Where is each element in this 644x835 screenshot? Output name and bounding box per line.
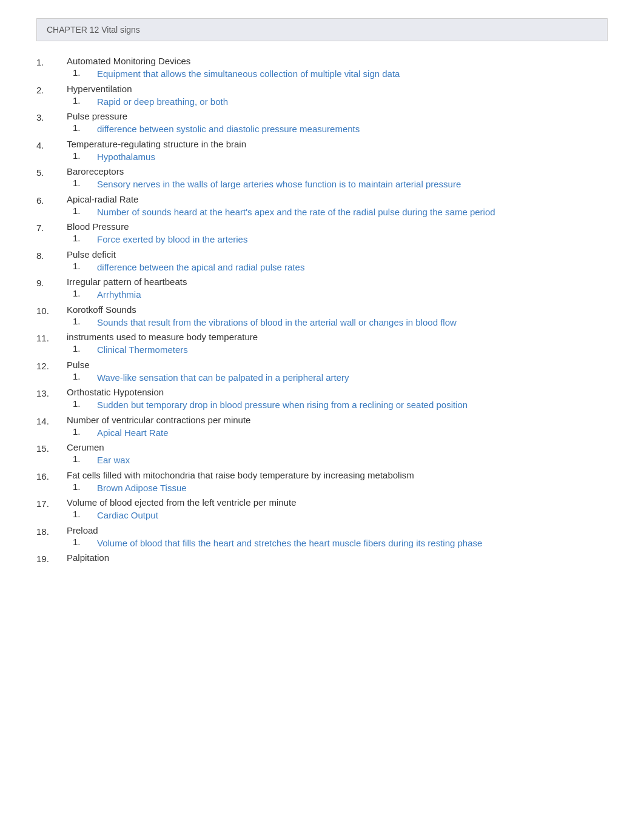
inner-list: 1.Volume of blood that fills the heart a… xyxy=(67,537,608,551)
inner-list-item: 1.Volume of blood that fills the heart a… xyxy=(67,537,608,551)
chapter-title: CHAPTER 12 Vital signs xyxy=(47,25,140,35)
item-number: 1. xyxy=(36,56,67,67)
item-number: 2. xyxy=(36,84,67,95)
inner-item-number: 1. xyxy=(67,509,97,519)
item-number: 3. xyxy=(36,111,67,122)
list-item: 6.Apical-radial Rate1.Number of sounds h… xyxy=(36,194,608,220)
item-number: 17. xyxy=(36,497,67,509)
inner-list: 1.Equipment that allows the simultaneous… xyxy=(67,67,608,81)
list-item: 7.Blood Pressure1.Force exerted by blood… xyxy=(36,221,608,247)
item-number: 8. xyxy=(36,249,67,261)
inner-list: 1.Number of sounds heard at the heart's … xyxy=(67,206,608,220)
item-term: Irregular pattern of heartbeats xyxy=(67,277,608,287)
item-number: 19. xyxy=(36,552,67,564)
item-term: Palpitation xyxy=(67,552,608,563)
inner-item-number: 1. xyxy=(67,95,97,106)
inner-list-item: 1.Number of sounds heard at the heart's … xyxy=(67,206,608,220)
list-item: 14.Number of ventricular contractions pe… xyxy=(36,415,608,440)
inner-list-item: 1.Brown Adipose Tissue xyxy=(67,481,608,495)
inner-list: 1.Brown Adipose Tissue xyxy=(67,481,608,495)
chapter-header: CHAPTER 12 Vital signs xyxy=(36,18,608,41)
inner-list: 1.difference between systolic and diasto… xyxy=(67,122,608,136)
inner-item-number: 1. xyxy=(67,454,97,464)
item-number: 6. xyxy=(36,194,67,206)
inner-list-item: 1.Ear wax xyxy=(67,454,608,468)
item-term: Korotkoff Sounds xyxy=(67,304,608,315)
inner-list-item: 1.Rapid or deep breathing, or both xyxy=(67,95,608,109)
item-number: 7. xyxy=(36,221,67,233)
item-number: 12. xyxy=(36,360,67,371)
item-term: Fat cells filled with mitochondria that … xyxy=(67,470,608,480)
item-definition: Rapid or deep breathing, or both xyxy=(97,95,608,109)
inner-list: 1.Ear wax xyxy=(67,454,608,468)
inner-item-number: 1. xyxy=(67,150,97,161)
item-term: Hyperventilation xyxy=(67,84,608,94)
inner-list-item: 1.difference between the apical and radi… xyxy=(67,261,608,275)
inner-list: 1.Rapid or deep breathing, or both xyxy=(67,95,608,109)
item-term: Pulse pressure xyxy=(67,111,608,121)
list-item: 5.Baroreceptors1.Sensory nerves in the w… xyxy=(36,166,608,192)
item-term: Automated Monitoring Devices xyxy=(67,56,608,66)
item-definition: Ear wax xyxy=(97,454,608,468)
item-term: Orthostatic Hypotension xyxy=(67,387,608,397)
item-term: Number of ventricular contractions per m… xyxy=(67,415,608,425)
item-definition: Number of sounds heard at the heart's ap… xyxy=(97,206,608,220)
item-term: Cerumen xyxy=(67,442,608,452)
list-item: 13.Orthostatic Hypotension1.Sudden but t… xyxy=(36,387,608,412)
inner-item-number: 1. xyxy=(67,233,97,243)
inner-item-number: 1. xyxy=(67,426,97,437)
inner-list: 1.Wave-like sensation that can be palpat… xyxy=(67,371,608,385)
list-item: 2.Hyperventilation1.Rapid or deep breath… xyxy=(36,84,608,109)
inner-list-item: 1.Cardiac Output xyxy=(67,509,608,523)
item-term: Pulse xyxy=(67,360,608,370)
list-item: 10.Korotkoff Sounds1.Sounds that result … xyxy=(36,304,608,330)
inner-list-item: 1.Force exerted by blood in the arteries xyxy=(67,233,608,247)
inner-item-number: 1. xyxy=(67,343,97,354)
item-number: 14. xyxy=(36,415,67,426)
item-number: 18. xyxy=(36,525,67,537)
inner-list: 1.Sounds that result from the vibrations… xyxy=(67,316,608,330)
inner-item-number: 1. xyxy=(67,122,97,133)
item-definition: Equipment that allows the simultaneous c… xyxy=(97,67,608,81)
inner-list-item: 1.Clinical Thermometers xyxy=(67,343,608,357)
inner-list: 1.Sensory nerves in the walls of large a… xyxy=(67,178,608,192)
item-number: 10. xyxy=(36,304,67,316)
list-item: 19.Palpitation xyxy=(36,552,608,564)
item-term: Preload xyxy=(67,525,608,535)
item-term: Temperature-regulating structure in the … xyxy=(67,139,608,149)
item-definition: Sudden but temporary drop in blood press… xyxy=(97,398,608,412)
list-item: 1.Automated Monitoring Devices1.Equipmen… xyxy=(36,56,608,81)
item-number: 9. xyxy=(36,277,67,288)
list-item: 8.Pulse deficit1.difference between the … xyxy=(36,249,608,275)
item-definition: Cardiac Output xyxy=(97,509,608,523)
inner-list-item: 1.difference between systolic and diasto… xyxy=(67,122,608,136)
item-term: Pulse deficit xyxy=(67,249,608,260)
inner-list-item: 1.Hypothalamus xyxy=(67,150,608,164)
item-definition: Force exerted by blood in the arteries xyxy=(97,233,608,247)
inner-item-number: 1. xyxy=(67,206,97,216)
inner-item-number: 1. xyxy=(67,481,97,492)
inner-list: 1.difference between the apical and radi… xyxy=(67,261,608,275)
item-number: 16. xyxy=(36,470,67,481)
inner-item-number: 1. xyxy=(67,371,97,381)
item-definition: Wave-like sensation that can be palpated… xyxy=(97,371,608,385)
item-definition: Clinical Thermometers xyxy=(97,343,608,357)
item-number: 15. xyxy=(36,442,67,454)
inner-list-item: 1.Sudden but temporary drop in blood pre… xyxy=(67,398,608,412)
inner-item-number: 1. xyxy=(67,261,97,271)
inner-item-number: 1. xyxy=(67,537,97,547)
item-definition: Arrhythmia xyxy=(97,288,608,302)
inner-list-item: 1.Wave-like sensation that can be palpat… xyxy=(67,371,608,385)
item-number: 13. xyxy=(36,387,67,398)
inner-item-number: 1. xyxy=(67,398,97,409)
list-item: 16.Fat cells filled with mitochondria th… xyxy=(36,470,608,495)
item-term: Baroreceptors xyxy=(67,166,608,176)
inner-list-item: 1.Arrhythmia xyxy=(67,288,608,302)
item-definition: Sounds that result from the vibrations o… xyxy=(97,316,608,330)
item-number: 5. xyxy=(36,166,67,178)
list-item: 4.Temperature-regulating structure in th… xyxy=(36,139,608,164)
inner-list-item: 1.Equipment that allows the simultaneous… xyxy=(67,67,608,81)
inner-list: 1.Hypothalamus xyxy=(67,150,608,164)
item-definition: Apical Heart Rate xyxy=(97,426,608,440)
list-item: 15.Cerumen1.Ear wax xyxy=(36,442,608,468)
